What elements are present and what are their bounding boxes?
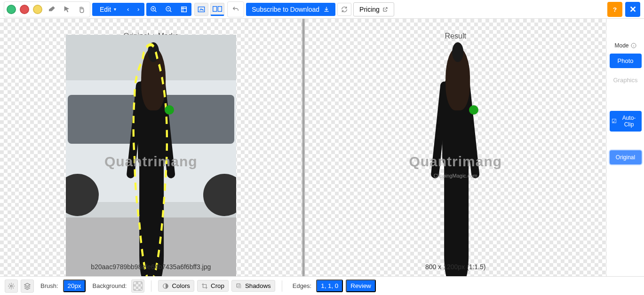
brush-size-button[interactable]: 20px — [63, 279, 86, 292]
original-image: Quantrimang — [66, 35, 236, 276]
pan-button[interactable] — [75, 3, 89, 16]
single-view-button[interactable] — [194, 3, 208, 16]
history-group — [227, 1, 244, 17]
add-mark-button[interactable] — [5, 3, 17, 16]
autoclip-button[interactable]: ☑ Auto-Clip — [610, 111, 642, 132]
hair-icon — [33, 5, 42, 14]
transparent-swatch-icon — [133, 281, 143, 291]
settings-button[interactable] — [5, 279, 18, 293]
pricing-label: Pricing — [359, 6, 380, 13]
fit-button[interactable] — [176, 3, 191, 16]
chevron-right-icon: › — [137, 6, 139, 13]
watermark: Quantrimang — [104, 154, 198, 170]
pricing-button[interactable]: Pricing — [353, 2, 394, 16]
mode-label: Mode — [614, 42, 636, 49]
separator — [282, 280, 282, 292]
subscribe-label: Subscribe to Download — [252, 6, 319, 13]
watermark-sub: ClippingMagic.com — [434, 173, 477, 179]
separator — [151, 280, 151, 292]
eraser-button[interactable] — [45, 3, 59, 16]
colors-button[interactable]: Colors — [158, 280, 194, 292]
edit-nav-group: Edit ▾ ‹ › — [92, 3, 144, 16]
background-label: Background: — [92, 282, 127, 289]
original-toggle-button[interactable]: Original — [610, 150, 642, 164]
result-panel[interactable]: Result Quantrimang ClippingMagic.com 800… — [304, 19, 607, 276]
layers-icon — [24, 282, 31, 290]
background-button[interactable] — [131, 279, 144, 293]
undo-icon — [232, 6, 239, 13]
zoom-group — [146, 3, 191, 16]
mark-tools-group — [4, 1, 90, 17]
pointer-button[interactable] — [60, 3, 74, 16]
help-button[interactable]: ? — [607, 2, 622, 17]
pointer-icon — [63, 6, 71, 13]
info-icon[interactable] — [631, 43, 636, 48]
split-view-button[interactable] — [210, 3, 224, 16]
main-area: Original + Marks Quantrimang b20aac9789b… — [0, 19, 644, 276]
shadow-icon — [236, 283, 242, 289]
eraser-icon — [48, 5, 56, 14]
prev-image-button[interactable]: ‹ — [123, 3, 133, 16]
result-image: Quantrimang ClippingMagic.com — [370, 35, 541, 276]
zoom-in-icon — [150, 6, 158, 13]
gear-icon — [8, 282, 15, 290]
edges-label: Edges: — [293, 282, 311, 289]
original-panel[interactable]: Original + Marks Quantrimang b20aac9789b… — [0, 19, 302, 276]
watermark-result: Quantrimang — [409, 154, 502, 170]
close-icon: ✕ — [629, 4, 636, 15]
shadows-button[interactable]: Shadows — [231, 280, 275, 292]
split-view-icon — [213, 6, 222, 12]
remove-mark-button[interactable] — [18, 3, 31, 16]
zoom-out-button[interactable] — [161, 3, 176, 16]
svg-rect-5 — [218, 6, 222, 11]
zoom-out-icon — [165, 6, 173, 13]
close-button[interactable]: ✕ — [625, 2, 640, 17]
keep-marker[interactable] — [165, 105, 174, 115]
zoom-in-button[interactable] — [146, 3, 161, 16]
layers-button[interactable] — [21, 279, 34, 293]
svg-point-7 — [10, 285, 12, 287]
edit-label: Edit — [100, 6, 111, 13]
view-mode-group — [193, 2, 225, 17]
subscribe-button[interactable]: Subscribe to Download — [246, 3, 335, 16]
refresh-icon — [341, 6, 348, 13]
crop-button[interactable]: Crop — [197, 280, 229, 292]
result-dimensions: 800 x 1200px (1:1.5) — [423, 262, 487, 272]
plus-icon — [7, 5, 16, 14]
hand-icon — [78, 5, 86, 14]
undo-button[interactable] — [229, 3, 243, 16]
brush-label: Brush: — [40, 282, 58, 289]
review-button[interactable]: Review — [346, 279, 376, 292]
fit-icon — [180, 6, 188, 13]
caret-down-icon: ▾ — [114, 7, 116, 12]
svg-rect-10 — [238, 285, 241, 288]
edit-dropdown[interactable]: Edit ▾ — [93, 3, 123, 16]
svg-rect-4 — [213, 6, 217, 11]
keep-marker-result — [469, 105, 478, 115]
check-icon: ☑ — [612, 118, 617, 124]
mode-graphics-button[interactable]: Graphics — [610, 73, 642, 87]
chevron-left-icon: ‹ — [127, 6, 129, 13]
side-panel: Mode Photo Graphics ☑ Auto-Clip Original — [606, 19, 644, 276]
hair-tool-button[interactable] — [32, 3, 44, 16]
canvas-area: Original + Marks Quantrimang b20aac9789b… — [0, 19, 606, 276]
edges-button[interactable]: 1, 1, 0 — [316, 279, 343, 292]
download-icon — [323, 6, 330, 13]
next-image-button[interactable]: › — [133, 3, 143, 16]
top-right-controls: ? ✕ — [607, 2, 640, 17]
crop-icon — [201, 283, 208, 289]
svg-rect-2 — [182, 7, 187, 12]
mode-photo-button[interactable]: Photo — [610, 54, 642, 68]
help-icon: ? — [613, 6, 617, 13]
refresh-button[interactable] — [337, 3, 351, 16]
top-toolbar: Edit ▾ ‹ › Subscribe to Download — [0, 0, 644, 19]
contrast-icon — [162, 283, 169, 289]
external-icon — [382, 7, 388, 12]
minus-icon — [20, 5, 29, 14]
bottom-toolbar: Brush: 20px Background: Colors Crop Shad… — [0, 276, 644, 295]
original-filename: b20aac9789bb98efe64b7435a6f6bff3.jpg — [89, 262, 213, 272]
single-view-icon — [198, 6, 205, 13]
